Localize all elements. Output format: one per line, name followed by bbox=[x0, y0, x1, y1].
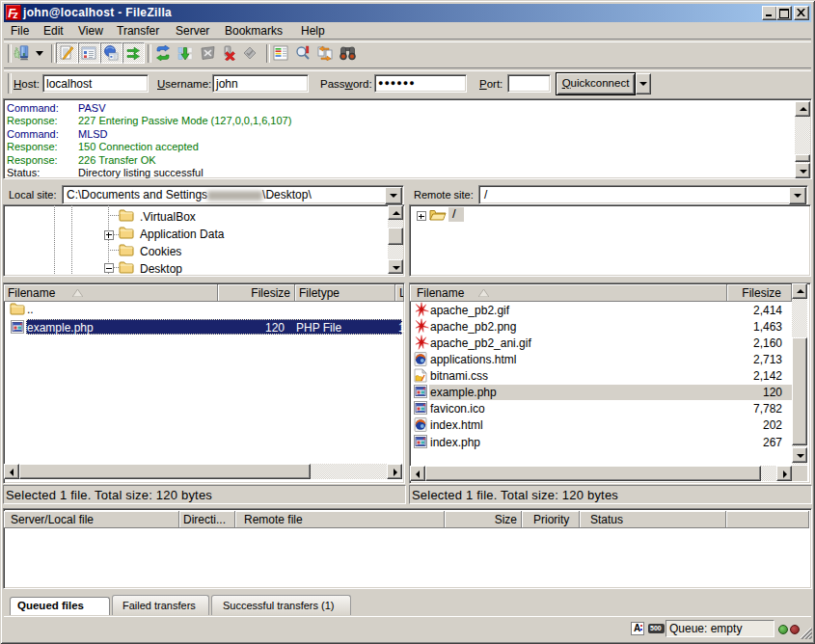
svg-text:z: z bbox=[13, 10, 18, 20]
